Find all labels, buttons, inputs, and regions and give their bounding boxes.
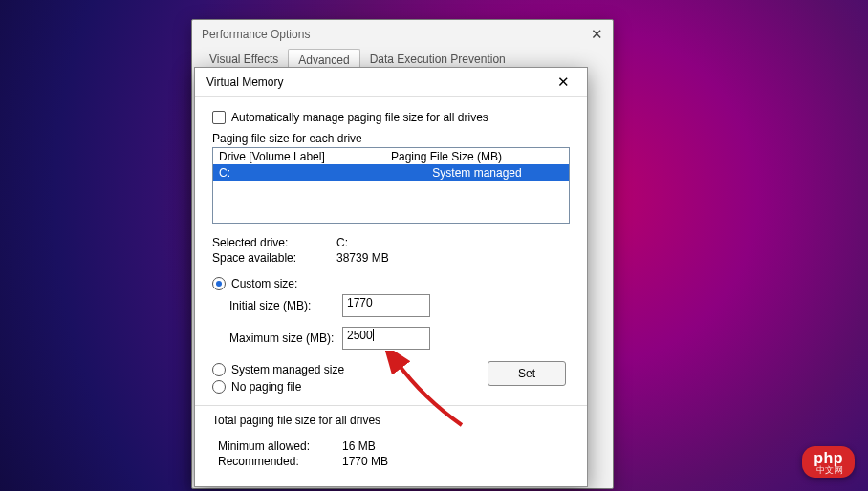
radio-icon[interactable]: [212, 277, 226, 290]
radio-icon[interactable]: [212, 363, 226, 376]
php-logo-badge: php 中文网: [802, 446, 855, 478]
auto-manage-label: Automatically manage paging file size fo…: [231, 111, 488, 124]
drive-list[interactable]: Drive [Volume Label] Paging File Size (M…: [212, 147, 570, 224]
recommended-value: 1770 MB: [342, 455, 388, 468]
initial-size-label: Initial size (MB):: [229, 299, 335, 312]
total-paging-info: Minimum allowed: 16 MB Recommended: 1770…: [212, 438, 570, 469]
divider: [195, 405, 587, 406]
radio-system-label: System managed size: [231, 363, 344, 376]
close-icon[interactable]: ✕: [591, 26, 603, 43]
radio-custom-size[interactable]: Custom size:: [212, 275, 570, 292]
radio-nopage-label: No paging file: [231, 380, 301, 394]
space-available-value: 38739 MB: [336, 251, 389, 265]
auto-manage-checkbox-row[interactable]: Automatically manage paging file size fo…: [212, 111, 570, 124]
initial-size-input[interactable]: 1770: [342, 294, 430, 317]
recommended-label: Recommended:: [212, 455, 342, 468]
close-icon[interactable]: ✕: [552, 72, 575, 93]
drive-letter: C:: [219, 166, 391, 180]
minimum-allowed-label: Minimum allowed:: [212, 439, 342, 453]
drive-status: System managed: [391, 166, 563, 180]
maximum-size-input[interactable]: 2500: [342, 327, 430, 350]
virtual-memory-dialog: Virtual Memory ✕ Automatically manage pa…: [194, 67, 588, 487]
drive-header-drive: Drive [Volume Label]: [219, 150, 391, 163]
drive-list-header: Drive [Volume Label] Paging File Size (M…: [213, 148, 569, 164]
radio-icon[interactable]: [212, 380, 226, 394]
drive-row[interactable]: C: System managed: [213, 164, 569, 181]
selected-drive-value: C:: [336, 236, 348, 249]
set-button[interactable]: Set: [488, 361, 566, 386]
virtual-memory-titlebar: Virtual Memory ✕: [195, 68, 587, 97]
virtual-memory-body: Automatically manage paging file size fo…: [195, 97, 587, 479]
paging-file-group-label: Paging file size for each drive: [212, 132, 570, 145]
performance-options-titlebar: Performance Options ✕: [192, 20, 613, 49]
selected-drive-info: Selected drive: C: Space available: 3873…: [212, 235, 570, 266]
total-paging-label: Total paging file size for all drives: [212, 414, 570, 427]
selected-drive-label: Selected drive:: [212, 236, 336, 249]
space-available-label: Space available:: [212, 251, 336, 265]
maximum-size-label: Maximum size (MB):: [229, 331, 335, 345]
radio-custom-label: Custom size:: [231, 277, 297, 290]
checkbox-icon[interactable]: [212, 111, 226, 124]
size-mode-radios: Custom size: Initial size (MB): 1770 Max…: [212, 275, 570, 386]
minimum-allowed-value: 16 MB: [342, 439, 376, 453]
drive-header-size: Paging File Size (MB): [391, 150, 563, 163]
virtual-memory-title: Virtual Memory: [206, 75, 283, 89]
initial-size-row: Initial size (MB): 1770: [212, 292, 570, 319]
performance-options-title: Performance Options: [202, 28, 310, 41]
maximum-size-row: Maximum size (MB): 2500: [212, 325, 570, 352]
text-cursor: [373, 329, 374, 341]
